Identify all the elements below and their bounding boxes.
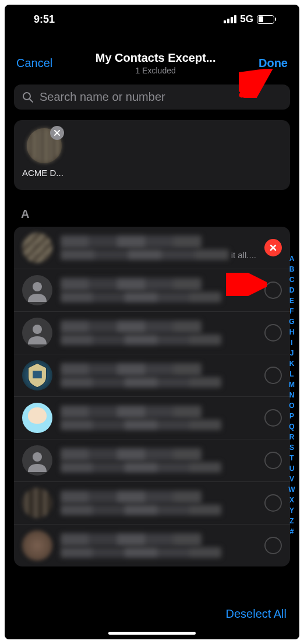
contact-name-redacted [61,448,202,461]
index-letter[interactable]: N [288,390,296,400]
index-letter[interactable]: E [288,296,296,306]
avatar [22,275,52,305]
alphabet-index[interactable]: ABCDEFGHIJKLMNOPQRSTUVWXYZ# [288,254,296,537]
checkbox[interactable] [264,367,282,384]
chip-label: ACME D... [21,168,68,178]
deselect-all-button[interactable]: Deselect All [226,607,287,621]
contact-row[interactable] [14,311,290,354]
contact-subtitle [61,420,221,430]
contact-subtitle [61,462,221,473]
index-letter[interactable]: T [288,453,296,463]
search-placeholder: Search name or number [40,90,165,104]
nav-title-wrap: My Contacts Except... 1 Excluded [96,51,216,75]
nav-header: Cancel My Contacts Except... 1 Excluded … [5,34,299,79]
chip-remove-icon[interactable] [50,126,64,140]
contact-name-redacted [61,533,202,546]
avatar [22,360,52,390]
checkbox[interactable] [264,494,282,512]
checkbox[interactable] [264,452,282,469]
contact-subtitle [61,547,221,558]
contact-row[interactable] [14,524,290,566]
contact-row[interactable] [14,396,290,439]
index-letter[interactable]: J [288,349,296,358]
home-indicator[interactable] [108,632,196,635]
contact-row[interactable] [14,269,290,311]
index-letter[interactable]: S [288,443,296,453]
avatar [22,403,52,433]
index-letter[interactable]: R [288,432,296,442]
network-label: 5G [240,13,253,25]
status-bar: 9:51 5G 32 [5,5,299,34]
index-letter[interactable]: M [288,380,296,390]
selected-contacts-panel: ACME D... [14,120,290,190]
chip-avatar [27,128,62,163]
signal-icon [224,15,236,23]
selected-chip[interactable]: ACME D... [21,128,68,178]
battery-icon: 32 [257,15,276,24]
cancel-button[interactable]: Cancel [16,57,52,70]
avatar [22,318,52,348]
contact-subtitle: it all.... [61,249,256,260]
avatar [22,530,52,561]
index-letter[interactable]: X [288,495,296,505]
contact-name-redacted [61,278,202,291]
index-letter[interactable]: C [288,275,296,285]
search-input[interactable]: Search name or number [14,85,290,110]
checkbox[interactable] [264,324,282,342]
index-letter[interactable]: B [288,265,296,275]
index-letter[interactable]: A [288,254,296,264]
checkbox[interactable] [264,281,282,299]
row-text: it all.... [61,235,256,260]
contact-row[interactable]: it all.... [14,227,290,269]
contact-subtitle [61,377,221,388]
svg-rect-4 [33,371,42,378]
row-text [61,363,256,388]
index-letter[interactable]: K [288,359,296,369]
svg-point-2 [33,282,42,291]
contact-name-redacted [61,321,202,333]
row-text [61,533,256,558]
contact-name-redacted [61,235,202,248]
done-button[interactable]: Done [259,57,288,70]
index-letter[interactable]: # [288,527,296,537]
status-time: 9:51 [34,13,55,26]
index-letter[interactable]: Z [288,516,296,526]
contact-name-redacted [61,406,202,418]
index-letter[interactable]: F [288,307,296,316]
page-subtitle: 1 Excluded [96,66,216,75]
index-letter[interactable]: G [288,317,296,327]
page-title: My Contacts Except... [96,51,216,65]
index-letter[interactable]: V [288,474,296,484]
contact-name-redacted [61,363,202,376]
index-letter[interactable]: Y [288,506,296,516]
row-text [61,491,256,515]
index-letter[interactable]: I [288,338,296,348]
subtitle-tail: it all.... [231,250,256,260]
svg-point-5 [33,452,42,462]
contact-row[interactable] [14,481,290,524]
index-letter[interactable]: P [288,411,296,421]
contact-subtitle [61,505,221,515]
row-text [61,406,256,430]
contact-subtitle [61,292,221,302]
index-letter[interactable]: L [288,369,296,379]
index-letter[interactable]: D [288,286,296,295]
search-icon [22,92,34,103]
row-text [61,278,256,302]
contact-subtitle [61,335,221,345]
index-letter[interactable]: H [288,328,296,337]
index-letter[interactable]: W [288,485,296,495]
index-letter[interactable]: U [288,464,296,474]
index-letter[interactable]: O [288,401,296,411]
contact-name-redacted [61,491,202,504]
contacts-list[interactable]: it all.... [14,227,290,566]
contact-row[interactable] [14,354,290,396]
checkbox[interactable] [264,537,282,554]
index-letter[interactable]: Q [288,422,296,432]
avatar [22,445,52,476]
contact-row[interactable] [14,439,290,481]
checkbox-selected[interactable] [264,239,282,256]
svg-point-0 [23,93,30,100]
status-right: 5G 32 [224,13,276,25]
checkbox[interactable] [264,409,282,427]
